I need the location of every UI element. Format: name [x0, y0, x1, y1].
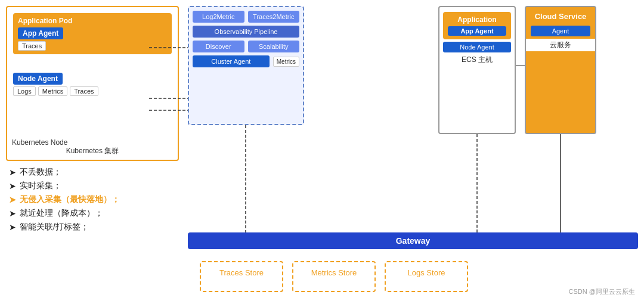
ecs-outer-box: Application App Agent Node Agent ECS 主机: [438, 6, 516, 134]
discover-box: Discover: [193, 41, 244, 52]
arrow-icon-3: ➤: [9, 195, 16, 204]
ecs-label: ECS 主机: [439, 55, 515, 65]
ecs-node-agent: Node Agent: [443, 42, 511, 52]
feature-1: ➤ 不丢数据；: [9, 167, 120, 178]
diagram-area: Application Pod App Agent Traces Node Ag…: [0, 0, 644, 301]
cluster-agent-box: Cluster Agent: [193, 55, 270, 67]
metrics-tag-cluster: Metrics: [273, 57, 299, 67]
node-agent-section: Node Agent Logs Metrics Traces: [13, 73, 172, 96]
gateway-area: Gateway: [188, 232, 638, 253]
traces-tag: Traces: [18, 41, 46, 51]
cloud-agent-box: Agent: [531, 26, 590, 36]
pipeline-row-1: Log2Metric Traces2Metric: [193, 11, 299, 23]
logs-tag: Logs: [13, 86, 36, 96]
ecs-app-agent: App Agent: [448, 26, 506, 36]
arrow-icon-2: ➤: [9, 181, 16, 191]
traces-tag-2: Traces: [70, 86, 98, 96]
arrow-icon-1: ➤: [9, 167, 16, 177]
pipeline-box: Log2Metric Traces2Metric Observability P…: [188, 6, 304, 125]
scalability-box: Scalability: [248, 41, 300, 52]
traces2metric-box: Traces2Metric: [248, 11, 300, 23]
application-pod-label: Application Pod: [18, 17, 167, 25]
ecs-application-box: Application App Agent: [443, 12, 511, 39]
kubernetes-outer-box: Application Pod App Agent Traces Node Ag…: [6, 6, 179, 161]
log2metric-box: Log2Metric: [193, 11, 244, 23]
watermark: CSDN @阿里云云原生: [569, 287, 635, 296]
arrow-icon-5: ➤: [9, 222, 16, 232]
feature-3: ➤ 无侵入采集（最快落地）；: [9, 194, 120, 205]
cluster-agent-row: Cluster Agent Metrics: [193, 55, 299, 67]
feature-2: ➤ 实时采集；: [9, 181, 120, 191]
tags-row: Logs Metrics Traces: [13, 86, 172, 96]
pipeline-row-2: Discover Scalability: [193, 41, 299, 52]
metrics-tag: Metrics: [38, 86, 67, 96]
kubernetes-node-label: Kubernetes Node: [12, 138, 67, 147]
feature-4: ➤ 就近处理（降成本）；: [9, 208, 120, 219]
cloud-outer-box: Cloud Service Agent 云服务: [525, 6, 596, 134]
traces-store-box: Traces Store: [200, 261, 283, 292]
metrics-store-box: Metrics Store: [292, 261, 376, 292]
cloud-title: Cloud Service: [526, 7, 595, 23]
features-list: ➤ 不丢数据； ➤ 实时采集； ➤ 无侵入采集（最快落地）； ➤ 就近处理（降成…: [9, 167, 120, 232]
app-agent-box: App Agent: [18, 27, 63, 39]
arrow-icon-4: ➤: [9, 209, 16, 218]
cloud-label: 云服务: [526, 39, 595, 51]
observability-pipeline-box: Observability Pipeline: [193, 26, 299, 38]
gateway-bar: Gateway: [188, 232, 638, 249]
pipeline-area: Log2Metric Traces2Metric Observability P…: [188, 6, 304, 125]
kubernetes-cluster-label: Kubernetes 集群: [7, 146, 178, 156]
feature-5: ➤ 智能关联/打标签；: [9, 222, 120, 232]
logs-store-box: Logs Store: [385, 261, 468, 292]
application-pod: Application Pod App Agent Traces: [13, 13, 172, 54]
node-agent-box: Node Agent: [13, 73, 63, 85]
